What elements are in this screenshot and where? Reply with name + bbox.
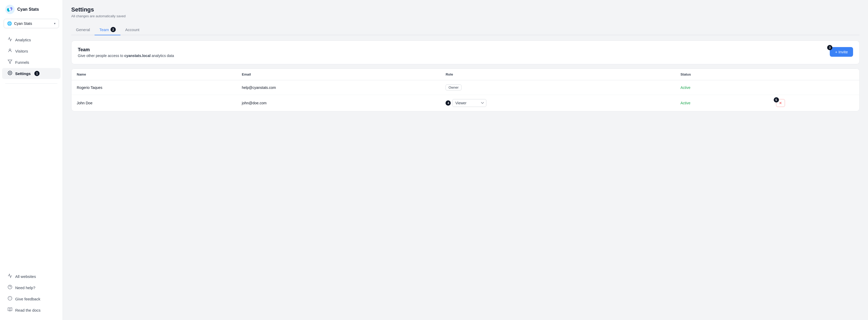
settings-icon bbox=[7, 71, 12, 76]
all-websites-label: All websites bbox=[15, 274, 36, 279]
visitors-label: Visitors bbox=[15, 49, 28, 53]
row2-role: 4 Viewer Admin Owner bbox=[440, 95, 675, 111]
docs-icon bbox=[7, 307, 12, 313]
funnels-icon bbox=[7, 59, 12, 65]
team-table-card: Name Email Role Status Rogerio Taques he… bbox=[71, 69, 860, 111]
sidebar-item-analytics[interactable]: Analytics bbox=[2, 34, 61, 45]
funnels-label: Funnels bbox=[15, 60, 29, 65]
row1-status: Active bbox=[675, 80, 771, 95]
delete-button[interactable]: 5 ✕ bbox=[776, 99, 785, 107]
site-selector-name: Cyan Stats bbox=[14, 22, 52, 26]
col-status: Status bbox=[675, 69, 771, 80]
page-subtitle: All changes are automatically saved bbox=[71, 14, 860, 18]
delete-icon: ✕ bbox=[779, 101, 782, 105]
role-select-badge: 4 bbox=[445, 100, 451, 106]
row1-name: Rogerio Taques bbox=[71, 80, 237, 95]
row1-role: Owner bbox=[440, 80, 675, 95]
site-name: cyanstats.local bbox=[124, 54, 150, 58]
row1-actions bbox=[771, 80, 859, 95]
nav-divider bbox=[5, 83, 57, 84]
sidebar-item-visitors[interactable]: Visitors bbox=[2, 45, 61, 57]
team-table: Name Email Role Status Rogerio Taques he… bbox=[71, 69, 859, 111]
sidebar-item-read-docs[interactable]: Read the docs bbox=[2, 305, 61, 316]
give-feedback-label: Give feedback bbox=[15, 297, 40, 301]
table-header: Name Email Role Status bbox=[71, 69, 859, 80]
delete-badge: 5 bbox=[774, 97, 779, 103]
main-nav: Analytics Visitors Funnels Settings 1 bbox=[0, 32, 63, 81]
visitors-icon bbox=[7, 48, 12, 54]
svg-point-3 bbox=[9, 8, 11, 10]
tabs: General Team 2 Account bbox=[71, 24, 860, 35]
read-docs-label: Read the docs bbox=[15, 308, 40, 312]
tab-general[interactable]: General bbox=[71, 24, 95, 35]
row2-name: John Doe bbox=[71, 95, 237, 111]
table-body: Rogerio Taques help@cyanstats.com Owner … bbox=[71, 80, 859, 111]
app-name: Cyan Stats bbox=[17, 7, 39, 12]
row1-email: help@cyanstats.com bbox=[237, 80, 440, 95]
table-row: John Doe john@doe.com 4 Viewer Admin Own… bbox=[71, 95, 859, 111]
all-websites-icon bbox=[7, 274, 12, 279]
sidebar-item-give-feedback[interactable]: Give feedback bbox=[2, 293, 61, 304]
team-description: Give other people access to cyanstats.lo… bbox=[78, 54, 174, 58]
site-selector[interactable]: 🌐 Cyan Stats ▾ bbox=[4, 19, 59, 28]
actions-cell: 5 ✕ bbox=[776, 99, 854, 107]
settings-label: Settings bbox=[15, 71, 31, 76]
feedback-icon bbox=[7, 296, 12, 302]
sidebar-item-funnels[interactable]: Funnels bbox=[2, 57, 61, 68]
team-info: Team Give other people access to cyansta… bbox=[78, 47, 174, 58]
invite-badge: 3 bbox=[827, 45, 832, 50]
col-email: Email bbox=[237, 69, 440, 80]
table-row: Rogerio Taques help@cyanstats.com Owner … bbox=[71, 80, 859, 95]
team-header: Team Give other people access to cyansta… bbox=[78, 47, 853, 58]
status-badge: Active bbox=[680, 101, 690, 105]
sidebar: Cyan Stats 🌐 Cyan Stats ▾ Analytics Visi… bbox=[0, 0, 63, 320]
tab-account[interactable]: Account bbox=[121, 24, 144, 35]
page-title: Settings bbox=[71, 6, 860, 13]
sidebar-item-settings[interactable]: Settings 1 bbox=[2, 68, 61, 79]
bottom-nav: All websites Need help? Give feedback Re… bbox=[0, 269, 63, 320]
row2-status: Active bbox=[675, 95, 771, 111]
logo: Cyan Stats bbox=[0, 0, 63, 19]
analytics-label: Analytics bbox=[15, 38, 31, 42]
logo-icon bbox=[5, 5, 15, 14]
row2-email: john@doe.com bbox=[237, 95, 440, 111]
svg-point-4 bbox=[9, 49, 11, 50]
role-select-wrapper: 4 Viewer Admin Owner bbox=[445, 99, 670, 107]
sidebar-item-need-help[interactable]: Need help? bbox=[2, 282, 61, 293]
role-select[interactable]: Viewer Admin Owner bbox=[452, 99, 486, 107]
help-icon bbox=[7, 285, 12, 290]
team-tab-badge: 2 bbox=[111, 27, 116, 32]
globe-icon: 🌐 bbox=[7, 21, 12, 26]
need-help-label: Need help? bbox=[15, 285, 35, 290]
svg-point-6 bbox=[9, 72, 11, 74]
analytics-icon bbox=[7, 37, 12, 43]
col-name: Name bbox=[71, 69, 237, 80]
col-actions bbox=[771, 69, 859, 80]
tab-team[interactable]: Team 2 bbox=[95, 24, 121, 35]
owner-badge: Owner bbox=[445, 84, 461, 91]
status-badge: Active bbox=[680, 85, 690, 90]
svg-marker-5 bbox=[8, 60, 12, 64]
team-title: Team bbox=[78, 47, 174, 52]
team-header-card: Team Give other people access to cyansta… bbox=[71, 40, 860, 64]
col-role: Role bbox=[440, 69, 675, 80]
row2-actions: 5 ✕ bbox=[771, 95, 859, 111]
invite-button[interactable]: 3 + Invite bbox=[830, 47, 853, 57]
sidebar-item-all-websites[interactable]: All websites bbox=[2, 271, 61, 282]
settings-badge: 1 bbox=[34, 71, 39, 76]
main-content: Settings All changes are automatically s… bbox=[63, 0, 868, 320]
chevron-down-icon: ▾ bbox=[54, 22, 56, 25]
